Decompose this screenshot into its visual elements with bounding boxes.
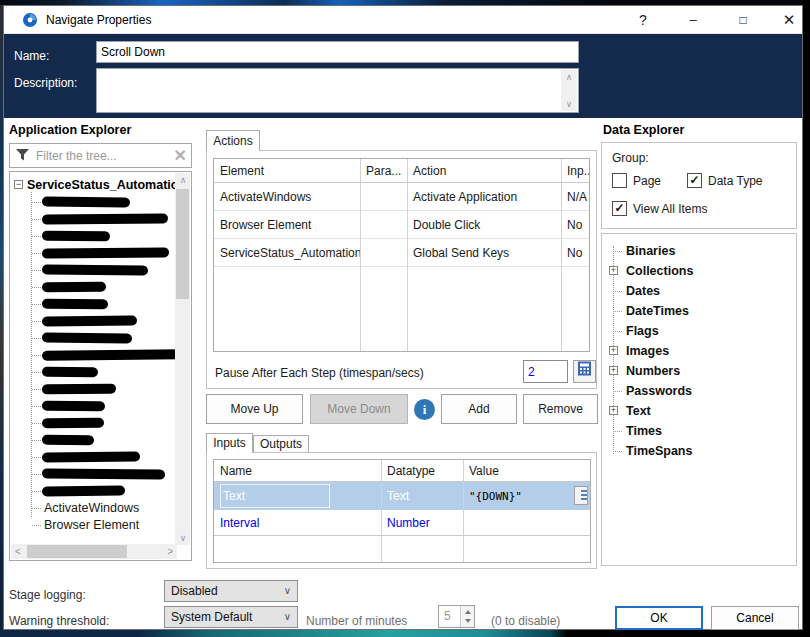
stage-logging-dropdown[interactable]: Disabled ∨ (164, 580, 298, 602)
expand-icon[interactable]: + (609, 346, 618, 355)
cancel-button[interactable]: Cancel (711, 606, 799, 630)
data-tree-item[interactable]: Binaries (608, 241, 788, 261)
column-datatype[interactable]: Datatype (381, 460, 463, 481)
checkbox-view-all-items[interactable]: ✓View All Items (612, 201, 707, 217)
app-tree-item-redacted[interactable] (32, 330, 178, 347)
app-tree-item-redacted[interactable] (32, 364, 178, 381)
data-tree-item[interactable]: +Images (608, 341, 788, 361)
app-tree-item-redacted[interactable] (32, 279, 178, 296)
expand-icon[interactable]: + (609, 266, 618, 275)
scroll-down-icon[interactable]: ∨ (175, 532, 191, 544)
description-textarea[interactable]: ∧ ∨ (96, 68, 579, 113)
name-input[interactable] (96, 41, 579, 63)
app-tree-item-redacted[interactable] (32, 466, 178, 483)
column-inputs[interactable]: Inp... (561, 159, 589, 182)
close-icon[interactable]: ✕ (772, 6, 806, 34)
data-tree-item[interactable]: +Numbers (608, 361, 788, 381)
app-tree-root[interactable]: −ServiceStatus_Automation (14, 177, 186, 193)
spinner-buttons[interactable] (460, 606, 474, 627)
warning-threshold-dropdown[interactable]: System Default ∨ (164, 606, 298, 628)
remove-button[interactable]: Remove (523, 394, 598, 424)
actions-table[interactable]: Element Para... Action Inp... ActivateWi… (213, 158, 590, 352)
scrollbar-thumb[interactable] (27, 545, 127, 558)
column-value[interactable]: Value (463, 460, 590, 481)
data-tree-item[interactable]: +Collections (608, 261, 788, 281)
app-tree-item-redacted[interactable] (32, 449, 178, 466)
app-tree-item-redacted[interactable] (32, 228, 178, 245)
scroll-right-icon[interactable]: > (167, 544, 173, 559)
expand-icon[interactable]: + (609, 406, 618, 415)
checkbox-icon[interactable]: ✓ (612, 201, 627, 216)
checkbox-icon[interactable] (612, 173, 627, 188)
app-tree-item-redacted[interactable] (32, 262, 178, 279)
data-tree-item[interactable]: TimeSpans (608, 441, 788, 461)
filter-tree-input[interactable] (36, 146, 166, 165)
app-tree-item-redacted[interactable] (32, 347, 178, 364)
column-name[interactable]: Name (214, 460, 381, 481)
column-params[interactable]: Para... (360, 159, 407, 182)
collapse-icon[interactable]: − (14, 180, 23, 189)
add-button[interactable]: Add (441, 394, 517, 424)
app-tree-item[interactable]: ActivateWindows (32, 500, 178, 517)
expand-icon[interactable]: + (609, 366, 618, 375)
table-row[interactable]: IntervalNumber (214, 510, 590, 536)
ok-button[interactable]: OK (615, 606, 703, 630)
app-tree-item-redacted[interactable] (32, 381, 178, 398)
scroll-up-icon[interactable]: ∧ (175, 174, 191, 186)
checkbox-page[interactable]: Page (612, 173, 661, 189)
maximize-icon[interactable]: □ (726, 6, 760, 34)
data-tree-item[interactable]: DateTimes (608, 301, 788, 321)
help-icon[interactable]: ? (626, 6, 660, 34)
app-tree-item-redacted[interactable] (32, 296, 178, 313)
info-icon[interactable]: i (414, 399, 435, 420)
app-tree-item-redacted[interactable] (32, 194, 178, 211)
scroll-down-icon[interactable]: ∨ (561, 98, 577, 110)
spin-up-icon[interactable] (465, 610, 471, 614)
redacted-label (42, 349, 185, 360)
inputs-table[interactable]: Name Datatype Value TextText"{DOWN}"Inte… (213, 459, 591, 563)
data-tree-item[interactable]: Passwords (608, 381, 788, 401)
checkbox-data-type[interactable]: ✓Data Type (687, 173, 762, 189)
tab-inputs[interactable]: Inputs (206, 433, 253, 453)
scrollbar-thumb[interactable] (176, 189, 189, 299)
data-tree-item[interactable]: Flags (608, 321, 788, 341)
description-scrollbar[interactable]: ∧ ∨ (561, 70, 577, 111)
app-tree-item-redacted[interactable] (32, 432, 178, 449)
data-explorer-tree[interactable]: Binaries+CollectionsDatesDateTimesFlags+… (601, 233, 797, 566)
tab-actions[interactable]: Actions (206, 130, 260, 151)
title-bar[interactable]: Navigate Properties ? – □ ✕ (4, 6, 802, 34)
tree-branch-line (32, 508, 41, 509)
checkbox-icon[interactable]: ✓ (687, 173, 702, 188)
table-row[interactable]: TextText"{DOWN}" (214, 482, 590, 510)
clear-filter-icon[interactable]: ✕ (174, 146, 187, 165)
application-explorer-title: Application Explorer (9, 123, 131, 137)
spin-down-icon[interactable] (465, 619, 471, 623)
app-tree-item-redacted[interactable] (32, 313, 178, 330)
data-tree-item[interactable]: +Text (608, 401, 788, 421)
app-tree-item-redacted[interactable] (32, 483, 178, 500)
column-action[interactable]: Action (407, 159, 561, 182)
data-tree-item-label: Passwords (626, 381, 692, 401)
pause-after-step-input[interactable] (523, 360, 568, 383)
application-tree[interactable]: −ServiceStatus_Automation ActivateWindow… (9, 171, 192, 561)
app-tree-item-redacted[interactable] (32, 211, 178, 228)
minimize-icon[interactable]: – (676, 6, 710, 34)
app-tree-item-redacted[interactable] (32, 398, 178, 415)
app-tree-item-redacted[interactable] (32, 245, 178, 262)
table-row[interactable]: ServiceStatus_AutomationGlobal Send Keys… (214, 239, 589, 267)
column-element[interactable]: Element (214, 159, 360, 182)
app-tree-horizontal-scrollbar[interactable]: < > (11, 544, 177, 559)
data-tree-item[interactable]: Times (608, 421, 788, 441)
expression-edit-button[interactable] (574, 486, 588, 505)
tab-outputs[interactable]: Outputs (253, 435, 309, 453)
app-tree-vertical-scrollbar[interactable]: ∧ ∨ (175, 173, 190, 545)
table-row[interactable]: Browser ElementDouble ClickNo (214, 211, 589, 239)
table-row[interactable]: ActivateWindowsActivate ApplicationN/A (214, 183, 589, 211)
move-up-button[interactable]: Move Up (206, 394, 303, 424)
app-tree-item[interactable]: Browser Element (32, 517, 178, 534)
scroll-up-icon[interactable]: ∧ (561, 71, 577, 83)
app-tree-item-redacted[interactable] (32, 415, 178, 432)
data-tree-item[interactable]: Dates (608, 281, 788, 301)
scroll-left-icon[interactable]: < (15, 544, 21, 559)
expression-calculator-button[interactable] (573, 360, 596, 383)
